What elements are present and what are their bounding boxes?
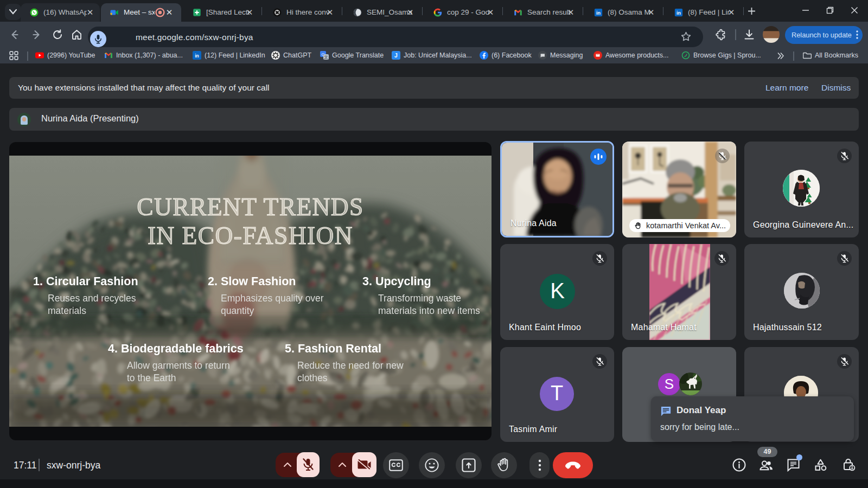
svg-text:文: 文: [324, 55, 328, 60]
svg-text:in: in: [676, 10, 681, 16]
svg-text:in: in: [596, 10, 601, 16]
svg-text:in: in: [195, 53, 199, 59]
svg-text:J: J: [394, 53, 398, 59]
